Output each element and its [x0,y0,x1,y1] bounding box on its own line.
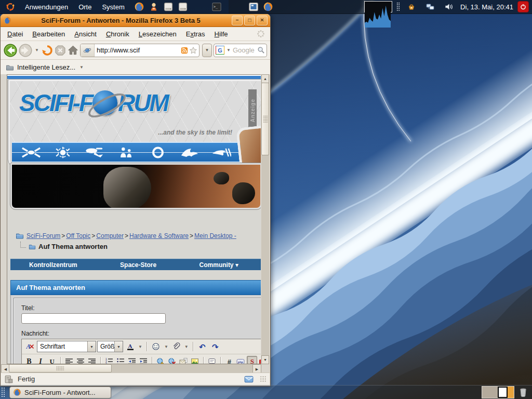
title-input[interactable] [21,313,166,324]
trash-icon[interactable] [518,388,528,397]
undo-icon[interactable]: ↶ [196,341,208,352]
breadcrumb-link-computer[interactable]: Computer [96,232,124,240]
home-button[interactable] [68,45,78,56]
outdent-icon[interactable] [127,356,137,364]
italic-icon[interactable]: I [35,356,46,364]
bold-icon[interactable]: B [24,356,34,364]
menubar-item-ansicht[interactable]: Ansicht [70,29,101,39]
window-titlebar[interactable]: SciFi-Forum - Antworten - Mozilla Firefo… [1,14,270,27]
launcher-firefox-icon[interactable] [262,1,274,12]
unordered-list-icon[interactable] [115,356,126,364]
workspace-3[interactable] [508,387,514,398]
font-select-arrow-icon[interactable]: ▼ [87,341,96,352]
align-right-icon[interactable] [87,356,97,364]
align-center-icon[interactable] [75,356,86,364]
smiley-dropdown-icon[interactable]: ▼ [163,344,169,349]
menubar-item-bearbeiten[interactable]: Bearbeiten [28,29,70,39]
size-select-arrow-icon[interactable]: ▼ [114,341,123,352]
panel-menu-anwendungen[interactable]: Anwendungen [20,2,73,12]
reload-button[interactable] [42,45,53,56]
indent-icon[interactable] [138,356,149,364]
url-text[interactable]: http://www.scif [95,46,142,54]
menubar-item-lesezeichen[interactable]: Lesezeichen [134,29,181,39]
smiley-icon[interactable] [150,341,162,352]
underline-icon[interactable]: U [47,356,57,364]
magnifier-icon[interactable] [257,46,265,54]
breadcrumb-link-mein-desktop-[interactable]: Mein Desktop - [194,232,236,240]
window-resize-grip[interactable] [260,376,267,382]
launcher-drive-icon[interactable] [177,1,189,12]
bookmark-star-icon[interactable] [189,46,197,55]
font-select[interactable]: Schriftart ▼ [37,341,96,352]
insert-email-icon[interactable] [178,356,189,364]
redo-icon[interactable]: ↷ [209,341,221,352]
breadcrumb-link-hardware-software[interactable]: Hardware & Software [129,232,189,240]
network-icon[interactable] [424,1,436,12]
statusbar-extension-icon[interactable] [4,375,14,384]
favicon-segment[interactable] [81,44,95,57]
code-hash-icon[interactable]: # [224,356,234,364]
launcher-terminal-icon[interactable]: >_ [211,1,222,12]
vertical-scrollbar[interactable]: ▲ ▼ [261,74,269,364]
insert-link-icon[interactable] [155,356,166,364]
insert-image-icon[interactable] [190,356,200,364]
paperclip-icon[interactable] [170,341,182,352]
google-logo-icon[interactable]: G [216,46,224,55]
forward-button[interactable] [19,44,32,57]
font-color-icon[interactable]: A [124,341,136,352]
menubar-item-datei[interactable]: Datei [3,29,28,39]
forum-nav-space-store[interactable]: Space-Store [120,261,156,269]
panel-menu-system[interactable]: System [97,2,129,12]
breadcrumb-link-scifi-forum[interactable]: SciFi-Forum [26,232,60,240]
ordered-list-icon[interactable]: 123 [104,356,114,364]
menubar-item-chronik[interactable]: Chronik [101,29,134,39]
vertical-scroll-thumb[interactable] [261,83,269,155]
forum-nav-community[interactable]: Community ▾ [200,261,238,269]
taskbar-window-button[interactable]: SciFi-Forum - Antwort... [9,387,111,398]
menubar-item-extras[interactable]: Extras [181,29,210,39]
forum-nav-kontrollzentrum[interactable]: Kontrollzentrum [29,261,77,269]
back-button[interactable] [4,44,17,57]
rss-feed-icon[interactable] [181,47,188,54]
remove-format-icon[interactable]: A [24,341,36,352]
scroll-up-icon[interactable]: ▲ [261,74,269,83]
panel-menu-orte[interactable]: Orte [73,2,97,12]
strike-icon[interactable]: S [247,356,257,364]
keyring-icon[interactable] [406,1,417,12]
url-dropdown-button[interactable]: ▼ [202,44,212,57]
ad-banner[interactable] [10,163,261,209]
scroll-down-icon[interactable]: ▼ [261,355,269,364]
bookmarks-dropdown-icon[interactable]: ▼ [78,65,85,70]
close-button[interactable]: ✕ [257,16,268,25]
horizontal-scrollbar[interactable]: ◀ ▶ [1,364,261,373]
launcher-drive-icon[interactable] [163,1,174,12]
maximize-button[interactable]: □ [244,16,255,25]
youtube-icon[interactable] [258,356,261,364]
bookmarks-folder-label[interactable]: Intelligente Lesez... [17,63,75,71]
align-left-icon[interactable] [64,356,74,364]
attach-dropdown-icon[interactable]: ▼ [183,344,190,349]
power-button[interactable] [517,1,529,12]
workspace-1[interactable] [482,387,498,398]
php-code-icon[interactable]: php [235,356,246,364]
history-dropdown-icon[interactable]: ▼ [34,48,40,52]
remove-link-icon[interactable] [167,356,177,364]
quote-icon[interactable] [207,356,217,364]
workspace-2-active[interactable] [498,387,508,398]
panel-grip[interactable] [396,2,400,11]
menubar-item-hilfe[interactable]: Hilfe [210,29,233,39]
search-engine-dropdown-icon[interactable]: ▼ [225,48,232,52]
system-monitor-applet[interactable] [364,1,392,12]
launcher-display-icon[interactable] [248,1,259,12]
launcher-firefox-icon[interactable] [134,1,145,12]
breadcrumb-link-off-topic[interactable]: Off Topic [66,232,90,240]
taskbar-grip[interactable] [1,387,5,397]
horizontal-scroll-thumb[interactable] [9,364,112,373]
volume-icon[interactable] [443,1,455,12]
minimize-button[interactable]: – [232,16,243,25]
search-box[interactable]: G ▼ Google [214,44,267,57]
workspace-switcher[interactable] [482,386,514,398]
site-logo[interactable]: SCIFI-F RUM [19,90,168,115]
ubuntu-menu-icon[interactable] [5,1,16,12]
url-bar[interactable]: http://www.scif [80,44,200,57]
